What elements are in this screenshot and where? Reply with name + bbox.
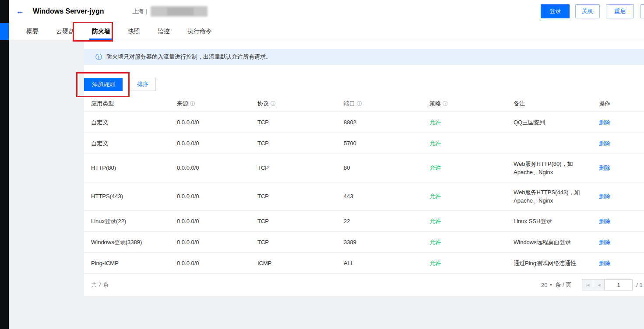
firewall-panel: ⓘ 防火墙只对服务器的入流量进行控制，出流量默认允许所有请求。 添加规则 排序 … bbox=[84, 40, 644, 296]
col-action: 操作 bbox=[592, 99, 644, 108]
delete-rule-link[interactable]: 删除 bbox=[599, 140, 610, 147]
tab-bar: 概要 云硬盘 防火墙 快照 监控 执行命令 bbox=[9, 23, 644, 40]
delete-rule-link[interactable]: 删除 bbox=[599, 239, 610, 245]
partial-edge-button[interactable] bbox=[640, 4, 644, 18]
info-banner: ⓘ 防火墙只对服务器的入流量进行控制，出流量默认允许所有请求。 bbox=[84, 49, 644, 65]
tab-run-command[interactable]: 执行命令 bbox=[179, 23, 221, 40]
header: ← Windows Server-jygn 上海 | 登录 关机 重启 bbox=[9, 0, 644, 23]
policy-info-icon[interactable]: ⓘ bbox=[443, 101, 448, 107]
info-banner-text: 防火墙只对服务器的入流量进行控制，出流量默认允许所有请求。 bbox=[106, 53, 271, 61]
col-remark: 备注 bbox=[507, 99, 592, 108]
shutdown-button[interactable]: 关机 bbox=[575, 4, 600, 18]
port-info-icon[interactable]: ⓘ bbox=[357, 101, 362, 107]
tab-cloud-disk[interactable]: 云硬盘 bbox=[47, 23, 83, 40]
sidebar-active-indicator bbox=[0, 23, 9, 40]
tab-overview[interactable]: 概要 bbox=[18, 23, 47, 40]
delete-rule-link[interactable]: 删除 bbox=[599, 260, 610, 266]
total-count-label: 共 7 条 bbox=[91, 281, 109, 289]
firewall-rules-table: 应用类型 来源ⓘ 协议ⓘ 端口ⓘ 策略ⓘ 备注 操作 自定义 0.0.0.0/0… bbox=[84, 95, 644, 274]
table-row: HTTP(80) 0.0.0.0/0 TCP 80 允许 Web服务HTTP(8… bbox=[84, 154, 644, 182]
table-row: Ping-ICMP 0.0.0.0/0 ICMP ALL 允许 通过Ping测试… bbox=[84, 253, 644, 274]
page-title: Windows Server-jygn bbox=[33, 7, 104, 15]
col-port: 端口ⓘ bbox=[337, 99, 422, 108]
back-arrow-icon[interactable]: ← bbox=[16, 7, 24, 16]
pagination: 20 ▼ 条 / 页 |◀ ◀ / 1 bbox=[541, 274, 643, 296]
col-source: 来源ⓘ bbox=[170, 99, 250, 108]
table-footer: 共 7 条 20 ▼ 条 / 页 |◀ ◀ / 1 bbox=[84, 274, 644, 296]
redacted-instance-info bbox=[151, 6, 208, 17]
source-info-icon[interactable]: ⓘ bbox=[190, 101, 195, 107]
total-pages-label: / 1 bbox=[636, 282, 642, 288]
collapsed-sidebar[interactable] bbox=[0, 0, 9, 329]
tab-firewall[interactable]: 防火墙 bbox=[83, 23, 119, 40]
restart-button[interactable]: 重启 bbox=[606, 4, 634, 18]
col-policy: 策略ⓘ bbox=[422, 99, 507, 108]
tab-monitor[interactable]: 监控 bbox=[149, 23, 179, 40]
delete-rule-link[interactable]: 删除 bbox=[599, 164, 610, 171]
table-header-row: 应用类型 来源ⓘ 协议ⓘ 端口ⓘ 策略ⓘ 备注 操作 bbox=[84, 95, 644, 112]
first-page-button[interactable]: |◀ bbox=[582, 279, 593, 290]
tab-snapshot[interactable]: 快照 bbox=[119, 23, 149, 40]
table-row: 自定义 0.0.0.0/0 TCP 8802 允许 QQ三国签到 删除 bbox=[84, 112, 644, 133]
page-size-unit: 条 / 页 bbox=[555, 281, 571, 289]
login-button[interactable]: 登录 bbox=[541, 4, 570, 18]
delete-rule-link[interactable]: 删除 bbox=[599, 119, 610, 126]
table-row: 自定义 0.0.0.0/0 TCP 5700 允许 删除 bbox=[84, 133, 644, 154]
table-row: Linux登录(22) 0.0.0.0/0 TCP 22 允许 Linux SS… bbox=[84, 211, 644, 232]
chevron-down-icon: ▼ bbox=[549, 283, 553, 287]
col-app-type: 应用类型 bbox=[84, 99, 170, 108]
table-row: HTTPS(443) 0.0.0.0/0 TCP 443 允许 Web服务HTT… bbox=[84, 182, 644, 211]
delete-rule-link[interactable]: 删除 bbox=[599, 193, 610, 200]
info-icon: ⓘ bbox=[95, 53, 102, 61]
page-number-input[interactable] bbox=[605, 279, 633, 290]
sort-button[interactable]: 排序 bbox=[130, 78, 156, 91]
toolbar: 添加规则 排序 bbox=[84, 78, 156, 91]
prev-page-button[interactable]: ◀ bbox=[593, 279, 605, 290]
add-rule-button[interactable]: 添加规则 bbox=[84, 78, 123, 91]
region-label: 上海 | bbox=[133, 7, 147, 15]
delete-rule-link[interactable]: 删除 bbox=[599, 218, 610, 224]
protocol-info-icon[interactable]: ⓘ bbox=[271, 101, 276, 107]
col-protocol: 协议ⓘ bbox=[250, 99, 337, 108]
page-size-select[interactable]: 20 bbox=[541, 282, 547, 288]
table-row: Windows登录(3389) 0.0.0.0/0 TCP 3389 允许 Wi… bbox=[84, 232, 644, 253]
